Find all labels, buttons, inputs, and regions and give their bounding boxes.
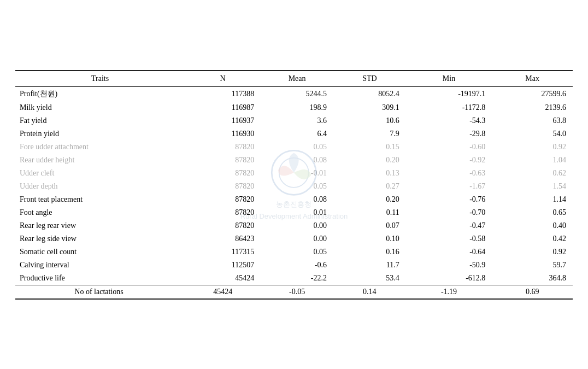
cell-std: 10.6 (333, 114, 406, 127)
cell-min: -54.3 (406, 114, 492, 127)
cell-std: 0.13 (333, 167, 406, 180)
cell-max: 59.7 (492, 259, 573, 272)
cell-min: -0.60 (406, 140, 492, 154)
cell-mean: 0.08 (261, 193, 333, 206)
table-wrapper: 농촌진흥청 Rural Development Administration T… (15, 70, 573, 300)
cell-n: 112507 (185, 259, 261, 272)
table-row: Udder depth878200.050.27-1.671.54 (15, 180, 573, 193)
cell-mean: -0.6 (261, 259, 333, 272)
cell-trait: Udder cleft (15, 167, 185, 180)
cell-std: 0.27 (333, 180, 406, 193)
table-row: Front teat placement878200.080.20-0.761.… (15, 193, 573, 206)
cell-max: 1.54 (492, 180, 573, 193)
cell-mean: 0.08 (261, 154, 333, 167)
cell-mean: -22.2 (261, 272, 333, 285)
table-row: Productive life45424-22.253.4-612.8364.8 (15, 272, 573, 285)
cell-std: 0.15 (333, 140, 406, 154)
cell-trait: Fat yield (15, 114, 185, 127)
header-std: STD (333, 71, 406, 87)
cell-n: 87820 (185, 180, 261, 193)
cell-std: 0.11 (333, 206, 406, 219)
cell-n: 117388 (185, 86, 261, 101)
cell-std: 0.14 (333, 285, 406, 299)
cell-n: 117315 (185, 245, 261, 259)
cell-trait: Fore udder attachment (15, 140, 185, 154)
cell-max: 1.14 (492, 193, 573, 206)
cell-trait: Somatic cell count (15, 245, 185, 259)
table-row: Foot angle878200.010.11-0.700.65 (15, 206, 573, 219)
cell-max: 2139.6 (492, 101, 573, 114)
cell-min: -1172.8 (406, 101, 492, 114)
cell-mean: 3.6 (261, 114, 333, 127)
table-row: Rear leg side view864230.000.10-0.580.42 (15, 232, 573, 245)
cell-n: 87820 (185, 140, 261, 154)
cell-max: 0.65 (492, 206, 573, 219)
table-row: Fore udder attachment878200.050.15-0.600… (15, 140, 573, 154)
cell-mean: 198.9 (261, 101, 333, 114)
cell-n: 87820 (185, 193, 261, 206)
cell-trait: Rear leg rear view (15, 219, 185, 232)
cell-min: -0.76 (406, 193, 492, 206)
cell-trait: Foot angle (15, 206, 185, 219)
cell-std: 0.16 (333, 245, 406, 259)
cell-max: 0.62 (492, 167, 573, 180)
cell-std: 53.4 (333, 272, 406, 285)
cell-max: 0.92 (492, 245, 573, 259)
cell-min: -0.64 (406, 245, 492, 259)
cell-trait: Udder depth (15, 180, 185, 193)
cell-mean: 6.4 (261, 127, 333, 140)
cell-n: 116987 (185, 101, 261, 114)
cell-max: 63.8 (492, 114, 573, 127)
cell-n: 87820 (185, 167, 261, 180)
cell-max: 54.0 (492, 127, 573, 140)
cell-std: 0.10 (333, 232, 406, 245)
cell-max: 0.42 (492, 232, 573, 245)
cell-min: -19197.1 (406, 86, 492, 101)
cell-min: -29.8 (406, 127, 492, 140)
cell-n: 116937 (185, 114, 261, 127)
table-row: Rear udder height878200.080.20-0.921.04 (15, 154, 573, 167)
cell-max: 0.92 (492, 140, 573, 154)
table-row: Protein yield1169306.47.9-29.854.0 (15, 127, 573, 140)
cell-max: 364.8 (492, 272, 573, 285)
cell-n: 87820 (185, 219, 261, 232)
cell-max: 0.69 (492, 285, 573, 299)
table-row: Udder cleft87820-0.010.13-0.630.62 (15, 167, 573, 180)
cell-std: 7.9 (333, 127, 406, 140)
table-row: Milk yield116987198.9309.1-1172.82139.6 (15, 101, 573, 114)
header-min: Min (406, 71, 492, 87)
cell-trait: Rear leg side view (15, 232, 185, 245)
cell-n: 45424 (185, 285, 261, 299)
cell-trait: Rear udder height (15, 154, 185, 167)
header-traits: Traits (15, 71, 185, 87)
cell-std: 11.7 (333, 259, 406, 272)
cell-n: 45424 (185, 272, 261, 285)
cell-max: 27599.6 (492, 86, 573, 101)
cell-trait: Protein yield (15, 127, 185, 140)
cell-std: 309.1 (333, 101, 406, 114)
cell-trait: Calving interval (15, 259, 185, 272)
cell-min: -0.47 (406, 219, 492, 232)
cell-std: 0.20 (333, 154, 406, 167)
cell-n: 86423 (185, 232, 261, 245)
cell-min: -0.58 (406, 232, 492, 245)
table-row: Fat yield1169373.610.6-54.363.8 (15, 114, 573, 127)
cell-mean: 0.00 (261, 232, 333, 245)
cell-mean: 0.00 (261, 219, 333, 232)
cell-trait: Front teat placement (15, 193, 185, 206)
cell-trait: Productive life (15, 272, 185, 285)
cell-std: 0.07 (333, 219, 406, 232)
cell-trait: Profit(천원) (15, 86, 185, 101)
cell-mean: 0.01 (261, 206, 333, 219)
table-header-row: Traits N Mean STD Min Max (15, 71, 573, 87)
header-n: N (185, 71, 261, 87)
cell-max: 1.04 (492, 154, 573, 167)
cell-mean: 0.05 (261, 245, 333, 259)
cell-std: 8052.4 (333, 86, 406, 101)
cell-std: 0.20 (333, 193, 406, 206)
cell-min: -1.19 (406, 285, 492, 299)
table-row: Profit(천원)1173885244.58052.4-19197.12759… (15, 86, 573, 101)
cell-mean: 0.05 (261, 180, 333, 193)
cell-n: 87820 (185, 206, 261, 219)
cell-min: -612.8 (406, 272, 492, 285)
